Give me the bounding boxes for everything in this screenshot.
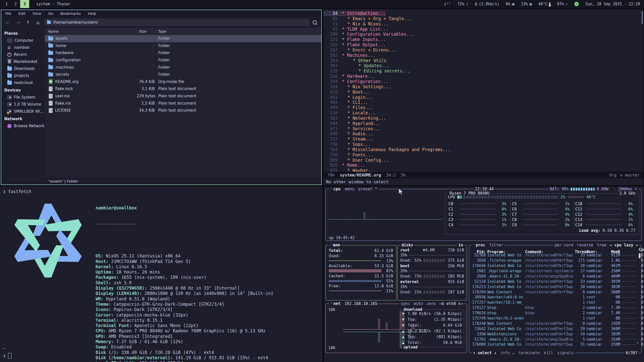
org-heading-line[interactable]: 499 * Files... bbox=[324, 105, 643, 110]
process-row[interactable]: 2660 .emacs-31.0.50- /nix/store/wnqz5pa8… bbox=[469, 274, 641, 279]
process-row[interactable]: 178616 btop btop 2 nambiar 7.4M 0.0 bbox=[469, 310, 641, 316]
org-heading-line[interactable]: 384 * Nix Settings... bbox=[324, 84, 643, 89]
org-heading-line[interactable]: 764 * Miscellaneous Packages and Program… bbox=[324, 147, 643, 152]
process-row[interactable]: 178248 Web Content /nix/store/sm8fmrf3wp… bbox=[469, 321, 641, 326]
org-heading-line[interactable]: 461 * Login... bbox=[324, 95, 643, 100]
clock-module[interactable]: Sun, 28 Sep 2025 - 22:19 bbox=[585, 2, 640, 6]
org-heading-line[interactable]: 93 * TLDR App List... bbox=[324, 27, 643, 32]
process-row[interactable]: 178294 Web Content /nix/store/sm8fmrf3wp… bbox=[469, 289, 641, 295]
process-row[interactable]: 2658 .firefox-wrappe /nix/store/sm8fmrf3… bbox=[469, 258, 641, 263]
volume-module[interactable]: 72%♪ bbox=[457, 2, 468, 6]
sort-selector[interactable]: ← cpu lazy → bbox=[610, 243, 638, 247]
org-heading-line[interactable]: 799 * Fonts... bbox=[324, 152, 643, 158]
org-heading-line[interactable]: 267 * Envrc + Direnv... bbox=[324, 48, 643, 53]
kill-hint[interactable]: kill bbox=[544, 351, 553, 355]
workspace-button[interactable]: 1 bbox=[2, 0, 11, 8]
file-row[interactable]: README.org 76,4 KiB Org-mode file bbox=[45, 78, 321, 85]
org-heading-line[interactable]: 304 * Updates... bbox=[324, 63, 643, 68]
reverse-toggle[interactable]: reverse bbox=[577, 243, 593, 247]
network-module[interactable]: @(2.9kb/s) bbox=[475, 2, 499, 6]
org-heading-line[interactable]: 310 * Editing secrets... bbox=[324, 68, 643, 74]
sidebar-item[interactable]: nambiar bbox=[1, 44, 45, 51]
process-row[interactable]: 51762 .emacs-31.0.50- /nix/store/wnqz5pa… bbox=[469, 337, 641, 342]
menu-item[interactable]: File bbox=[5, 12, 11, 16]
org-heading-line[interactable]: 121 * Flake Inputs... bbox=[324, 37, 643, 42]
file-row[interactable]: machines Folder bbox=[45, 64, 321, 71]
column-name[interactable]: Name bbox=[45, 29, 137, 33]
sidebar-item[interactable]: SMALLBOX Wi... bbox=[1, 108, 45, 115]
file-row[interactable]: configuration Folder bbox=[45, 57, 321, 64]
column-type[interactable]: Type bbox=[156, 29, 321, 33]
process-row[interactable]: 52134 Isolated Web Co /nix/store/sm8fmrf… bbox=[469, 279, 641, 284]
org-heading-line[interactable]: 717 * Steam... bbox=[324, 137, 643, 142]
signals-hint[interactable]: signals bbox=[557, 351, 574, 355]
process-row[interactable]: 38936 kworker/u64:6-kc 1 root 0B 0.0 bbox=[469, 295, 641, 300]
per-core-toggle[interactable]: per-core bbox=[555, 243, 574, 247]
menu-item[interactable]: Edit bbox=[18, 12, 25, 16]
org-heading-line[interactable]: 698 * Audio... bbox=[324, 131, 643, 137]
menu-item[interactable]: Go bbox=[48, 12, 53, 16]
process-row[interactable]: 2601 .Hyprland-wrapp /run/current-system… bbox=[469, 268, 641, 274]
update-interval-control[interactable]: - 2000ms + bbox=[614, 187, 637, 191]
status-check-icon[interactable]: ✓ bbox=[574, 2, 579, 6]
auto-button[interactable]: auto bbox=[414, 301, 423, 306]
zero-button[interactable]: zero bbox=[426, 301, 436, 306]
org-heading-line[interactable]: 65 * Emacs + Org + Tangle... bbox=[324, 16, 643, 21]
interface-switcher[interactable]: ←b eth0 n→ bbox=[439, 301, 463, 306]
org-heading-line[interactable]: 282 * Machines... bbox=[324, 53, 643, 58]
tree-toggle[interactable]: tree bbox=[597, 243, 606, 247]
file-row[interactable]: secrets Folder bbox=[45, 71, 321, 78]
temperature-module[interactable]: 46°C bbox=[538, 2, 550, 6]
battery-module[interactable]: 97%⚡ bbox=[557, 2, 568, 6]
org-heading-line[interactable]: 809 * User Config... bbox=[324, 158, 643, 163]
home-button[interactable]: ⌂ bbox=[34, 20, 42, 25]
sync-button[interactable]: sync bbox=[401, 301, 410, 306]
back-button[interactable]: ← bbox=[4, 20, 11, 25]
menu-item[interactable]: Help bbox=[88, 12, 96, 16]
process-row[interactable]: 176646 Isolated Web Co /nix/store/sm8fmr… bbox=[469, 263, 641, 268]
org-heading-line[interactable]: 303 * Other Utils bbox=[324, 58, 643, 63]
process-row[interactable]: 175749 kworker/6:2-even 1 root 0B 0.0 bbox=[469, 316, 641, 321]
menu-item[interactable]: Bookmarks bbox=[60, 12, 81, 16]
file-row[interactable]: user.nix 229 bytes Plain text document bbox=[45, 93, 321, 100]
process-row[interactable]: 3390 WebExtensions /nix/store/sm8fmrf3wp… bbox=[469, 331, 641, 337]
cpu-module[interactable]: 0%▣ bbox=[506, 2, 514, 6]
terminal-window[interactable]: ❯ fastfetch nambiar@smallbox -----------… bbox=[0, 187, 323, 362]
workspace-button[interactable]: 2 bbox=[11, 0, 20, 8]
idle-inhibitor-module[interactable]: zᶻᶻ bbox=[444, 2, 451, 6]
sidebar-item[interactable]: File System bbox=[1, 94, 45, 101]
org-heading-line[interactable]: 428 * Boot... bbox=[324, 89, 643, 95]
preset-button[interactable]: preset * bbox=[358, 187, 377, 191]
terminate-hint[interactable]: terminate bbox=[518, 351, 540, 355]
org-heading-line[interactable]: 825 * Home... bbox=[324, 163, 643, 168]
search-icon[interactable] bbox=[313, 20, 317, 24]
process-row[interactable]: 176223 Isolated Web Co /nix/store/sm8fmr… bbox=[469, 284, 641, 289]
sidebar-item[interactable]: nextcloud bbox=[1, 79, 45, 86]
process-row[interactable]: 52368 Isolated Web Co /nix/store/sm8fmrf… bbox=[469, 253, 641, 258]
file-row[interactable]: LICENSE 34,3 KiB Plain text document bbox=[45, 107, 321, 114]
org-heading-line[interactable]: 855 * Waubar... bbox=[324, 168, 643, 172]
process-row[interactable]: 179127 btop btop 2 nambiar 7.3M 0.0 bbox=[469, 305, 641, 310]
sidebar-item[interactable]: Browse Network bbox=[1, 122, 45, 129]
forward-button[interactable]: → bbox=[14, 20, 21, 25]
menu-button[interactable]: menu bbox=[345, 187, 354, 191]
org-heading-line[interactable]: 563 * Networking... bbox=[324, 116, 643, 121]
workspace-button[interactable]: 3 bbox=[20, 0, 29, 8]
org-heading-line[interactable]: 484 * CLI... bbox=[324, 100, 643, 105]
select-hint[interactable]: ↑ select ↓ bbox=[473, 351, 496, 355]
process-row[interactable]: 13642 Isolated Web Co /nix/store/sm8fmrf… bbox=[469, 326, 641, 331]
column-size[interactable]: Size bbox=[137, 29, 156, 33]
org-heading-line[interactable]: 534 * Locale... bbox=[324, 110, 643, 116]
file-row[interactable]: flake.nix 2,5 KiB Plain text document bbox=[45, 100, 321, 107]
org-heading-line[interactable]: 344 * Configuration... bbox=[324, 79, 643, 84]
org-heading-line[interactable]: 671 * Services... bbox=[324, 126, 643, 131]
sidebar-item[interactable]: 1,0 TB Volume bbox=[1, 101, 45, 108]
org-heading-line[interactable]: 162 * Flake Output... bbox=[324, 42, 643, 48]
proc-scrollbar-thumb[interactable] bbox=[639, 253, 640, 258]
sidebar-item[interactable]: Downloads bbox=[1, 65, 45, 72]
process-row[interactable]: 177257 kworker/10:1-mm_ 1 root 0B 0.0 bbox=[469, 300, 641, 305]
sidebar-item[interactable]: Wastebasket bbox=[1, 58, 45, 65]
org-heading-line[interactable]: 584 * Hyprland... bbox=[324, 121, 643, 126]
org-heading-line[interactable]: 736 * Sops... bbox=[324, 142, 643, 147]
sidebar-item[interactable]: projects bbox=[1, 72, 45, 79]
